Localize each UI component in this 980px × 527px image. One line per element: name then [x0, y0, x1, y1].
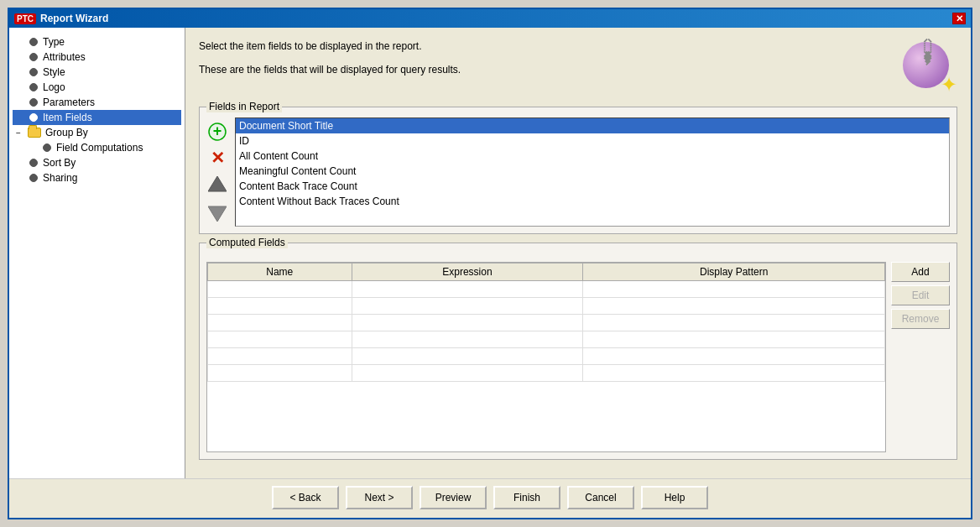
svg-marker-3 — [208, 176, 227, 191]
bullet-icon — [29, 174, 38, 182]
bullet-icon — [29, 38, 38, 46]
add-computed-button[interactable]: Add — [891, 262, 950, 282]
sidebar-label-sharing: Sharing — [43, 172, 77, 184]
wizard-icon: 🖌 ✦ — [899, 38, 957, 97]
svg-text:✕: ✕ — [211, 149, 225, 167]
sidebar-item-parameters[interactable]: Parameters — [13, 95, 181, 110]
cancel-button[interactable]: Cancel — [567, 486, 634, 509]
content-area: Type Attributes Style Logo — [9, 28, 971, 478]
table-cell — [583, 365, 885, 382]
table-row — [208, 315, 885, 331]
table-cell — [583, 331, 885, 348]
table-cell — [583, 281, 885, 298]
sidebar-item-item-fields[interactable]: Item Fields — [13, 110, 181, 125]
svg-text:+: + — [213, 123, 222, 139]
computed-action-buttons: Add Edit Remove — [891, 262, 950, 452]
bullet-icon — [29, 83, 38, 91]
table-cell — [208, 348, 352, 365]
folder-icon — [28, 128, 41, 138]
instructions: Select the item fields to be displayed i… — [199, 38, 461, 79]
move-down-button[interactable] — [206, 201, 228, 223]
add-field-button[interactable]: + — [206, 121, 228, 143]
instruction-line2: These are the fields that will be displa… — [199, 61, 461, 80]
sidebar-item-type[interactable]: Type — [13, 34, 181, 50]
report-wizard-window: PTC Report Wizard ✕ Type Attributes — [8, 8, 972, 519]
window-title: Report Wizard — [40, 13, 108, 24]
sidebar-label-field-computations: Field Computations — [56, 142, 143, 154]
fields-section-label: Fields in Report — [206, 101, 282, 112]
title-bar: PTC Report Wizard ✕ — [9, 9, 971, 28]
sidebar-label-sort-by: Sort By — [43, 157, 76, 169]
move-up-button[interactable] — [206, 175, 228, 196]
col-display-pattern: Display Pattern — [583, 264, 885, 281]
sidebar-label-group-by: Group By — [45, 127, 88, 138]
table-row — [208, 281, 885, 298]
remove-computed-button[interactable]: Remove — [891, 309, 950, 329]
field-item-all-content-count[interactable]: All Content Count — [236, 149, 949, 164]
sidebar-item-attributes[interactable]: Attributes — [13, 50, 181, 65]
back-button[interactable]: < Back — [272, 486, 339, 509]
sidebar-item-logo[interactable]: Logo — [13, 80, 181, 95]
bullet-icon — [29, 53, 38, 61]
table-cell — [583, 348, 885, 365]
table-row — [208, 331, 885, 348]
computed-fields-table: Name Expression Display Pattern — [206, 262, 886, 452]
sidebar-item-field-computations[interactable]: Field Computations — [13, 140, 181, 155]
field-item-content-back-trace-count[interactable]: Content Back Trace Count — [236, 179, 949, 194]
table-row — [208, 298, 885, 315]
bullet-icon — [29, 159, 38, 167]
title-bar-left: PTC Report Wizard — [14, 13, 108, 24]
field-item-doc-short-title[interactable]: Document Short Title — [236, 118, 949, 133]
delete-field-button[interactable]: ✕ — [206, 148, 228, 170]
field-item-content-without-back-traces-count[interactable]: Content Without Back Traces Count — [236, 194, 949, 209]
collapse-toggle: − — [16, 128, 26, 138]
sidebar-label-style: Style — [43, 66, 65, 78]
sidebar-label-attributes: Attributes — [43, 51, 86, 63]
table-cell — [352, 331, 583, 348]
sidebar-label-parameters: Parameters — [43, 97, 95, 108]
svg-marker-4 — [208, 206, 227, 222]
sidebar-label-item-fields: Item Fields — [43, 112, 92, 123]
bottom-bar: < Back Next > Preview Finish Cancel Help — [9, 478, 971, 518]
bullet-icon — [29, 68, 38, 76]
sidebar: Type Attributes Style Logo — [9, 28, 185, 478]
preview-button[interactable]: Preview — [420, 486, 487, 509]
sidebar-item-style[interactable]: Style — [13, 65, 181, 80]
help-button[interactable]: Help — [641, 486, 708, 509]
instruction-line1: Select the item fields to be displayed i… — [199, 38, 461, 56]
bullet-icon — [43, 143, 51, 152]
computed-fields-section: Computed Fields Name Expression Display … — [199, 243, 957, 460]
table-cell — [352, 348, 583, 365]
sidebar-label-logo: Logo — [43, 81, 65, 93]
table-cell — [208, 315, 352, 331]
table-row — [208, 365, 885, 382]
finish-button[interactable]: Finish — [493, 486, 560, 509]
table-cell — [208, 365, 352, 382]
bullet-icon — [29, 113, 38, 122]
computed-table-grid: Name Expression Display Pattern — [207, 263, 885, 382]
table-cell — [352, 365, 583, 382]
edit-computed-button[interactable]: Edit — [891, 285, 950, 305]
field-item-meaningful-content-count[interactable]: Meaningful Content Count — [236, 164, 949, 179]
header-row: Select the item fields to be displayed i… — [199, 38, 957, 97]
bullet-icon — [29, 98, 38, 107]
table-cell — [208, 298, 352, 315]
fields-list[interactable]: Document Short Title ID All Content Coun… — [235, 117, 950, 227]
table-cell — [208, 281, 352, 298]
table-cell — [352, 298, 583, 315]
star-icon: ✦ — [941, 73, 957, 97]
sidebar-item-group-by[interactable]: − Group By — [13, 125, 181, 140]
fields-in-report-section: Fields in Report + ✕ — [199, 107, 957, 234]
sidebar-item-sharing[interactable]: Sharing — [13, 170, 181, 185]
field-item-id[interactable]: ID — [236, 133, 949, 149]
computed-section-label: Computed Fields — [206, 237, 288, 248]
table-cell — [583, 315, 885, 331]
app-icon: PTC — [14, 13, 36, 24]
sidebar-item-sort-by[interactable]: Sort By — [13, 155, 181, 170]
table-cell — [352, 281, 583, 298]
close-button[interactable]: ✕ — [952, 13, 966, 24]
next-button[interactable]: Next > — [346, 486, 413, 509]
table-row — [208, 348, 885, 365]
table-cell — [208, 331, 352, 348]
table-cell — [352, 315, 583, 331]
